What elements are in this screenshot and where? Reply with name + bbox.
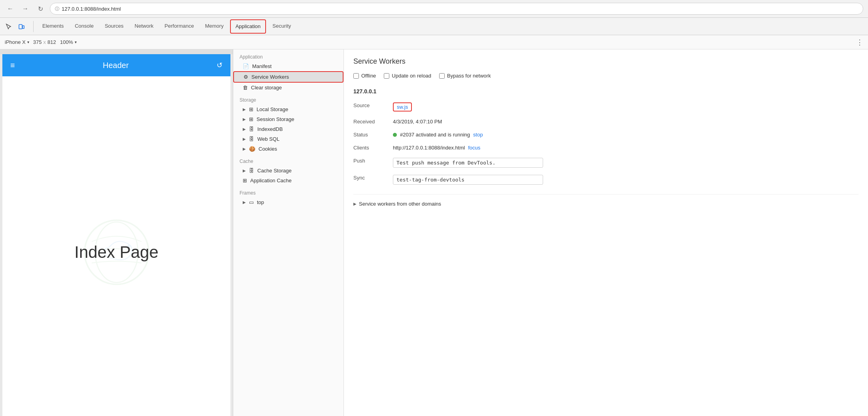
- inspect-element-button[interactable]: [3, 21, 14, 32]
- devtools-sidebar: Application 📄 Manifest ⚙ Service Workers…: [233, 49, 344, 416]
- expand-icon: ▶: [243, 127, 246, 131]
- push-label: Push: [353, 156, 393, 169]
- hamburger-icon: ≡: [10, 61, 15, 70]
- cache-storage-label: Cache Storage: [257, 168, 292, 174]
- tab-memory[interactable]: Memory: [200, 18, 229, 35]
- expand-icon: ▶: [243, 137, 246, 141]
- tab-elements[interactable]: Elements: [37, 18, 69, 35]
- collapsible-label: Service workers from other domains: [359, 201, 441, 207]
- mobile-header-title: Header: [103, 61, 129, 70]
- bypass-for-network-label: Bypass for network: [447, 73, 491, 79]
- sidebar-item-indexeddb[interactable]: ▶ 🗄 IndexedDB: [233, 124, 343, 134]
- cookies-icon: 🍪: [249, 146, 255, 152]
- other-domains-section[interactable]: ▶ Service workers from other domains: [353, 194, 859, 207]
- service-workers-label: Service Workers: [251, 74, 289, 80]
- url-bar[interactable]: ⓘ 127.0.0.1:8088/index.html: [50, 3, 863, 15]
- sidebar-section-storage: Storage: [233, 93, 343, 104]
- sync-input[interactable]: [393, 175, 543, 185]
- svg-rect-0: [19, 25, 22, 29]
- sidebar-item-manifest[interactable]: 📄 Manifest: [233, 61, 343, 71]
- tab-performance[interactable]: Performance: [159, 18, 199, 35]
- devtools-tab-bar: Elements Console Sources Network Perform…: [34, 18, 865, 35]
- top-frame-label: top: [257, 199, 264, 205]
- sidebar-item-clear-storage[interactable]: 🗑 Clear storage: [233, 83, 343, 93]
- device-selector[interactable]: iPhone X ▾: [5, 39, 29, 45]
- tab-network[interactable]: Network: [129, 18, 159, 35]
- clients-value: http://127.0.0.1:8088/index.html focus: [393, 143, 859, 152]
- sidebar-item-web-sql[interactable]: ▶ 🗄 Web SQL: [233, 134, 343, 144]
- viewport-more-button[interactable]: ⋮: [856, 38, 863, 47]
- expand-icon: ▶: [243, 117, 246, 121]
- service-workers-panel: Service Workers Offline Update on reload…: [344, 49, 868, 416]
- mobile-app-header: ≡ Header ↺: [2, 54, 230, 76]
- stop-link[interactable]: stop: [473, 132, 483, 138]
- push-value: [393, 156, 859, 169]
- zoom-chevron: ▾: [75, 40, 77, 44]
- source-label: Source: [353, 101, 393, 113]
- status-dot: [393, 133, 397, 137]
- forward-button[interactable]: →: [20, 3, 31, 14]
- viewport-height: 812: [47, 39, 56, 45]
- collapsible-arrow: ▶: [353, 202, 357, 206]
- bypass-for-network-checkbox[interactable]: [439, 73, 445, 79]
- cookies-label: Cookies: [259, 146, 277, 152]
- tab-console[interactable]: Console: [69, 18, 99, 35]
- viewport-dimensions: 375 x 812: [33, 39, 56, 45]
- offline-checkbox[interactable]: [353, 73, 359, 79]
- local-storage-label: Local Storage: [257, 106, 288, 112]
- indexeddb-icon: 🗄: [249, 126, 254, 132]
- top-frame-icon: ▭: [249, 199, 254, 205]
- preview-pane: ≡ Header ↺: [0, 49, 233, 416]
- manifest-label: Manifest: [252, 63, 272, 69]
- reload-button[interactable]: ↻: [35, 3, 46, 14]
- tab-security[interactable]: Security: [267, 18, 296, 35]
- tab-sources[interactable]: Sources: [99, 18, 129, 35]
- web-sql-icon: 🗄: [249, 136, 254, 142]
- sidebar-item-cookies[interactable]: ▶ 🍪 Cookies: [233, 144, 343, 154]
- bypass-for-network-checkbox-label[interactable]: Bypass for network: [439, 73, 491, 79]
- device-toggle-button[interactable]: [16, 21, 27, 32]
- expand-icon: ▶: [243, 147, 246, 151]
- sidebar-item-top[interactable]: ▶ ▭ top: [233, 197, 343, 207]
- tab-application[interactable]: Application: [230, 19, 266, 34]
- zoom-selector[interactable]: 100% ▾: [60, 39, 77, 45]
- service-worker-host: 127.0.0.1: [353, 88, 859, 95]
- zoom-level: 100%: [60, 39, 73, 45]
- offline-label: Offline: [361, 73, 376, 79]
- sidebar-item-application-cache[interactable]: ⊞ Application Cache: [233, 176, 343, 185]
- received-label: Received: [353, 117, 393, 126]
- local-storage-icon: ⊞: [249, 106, 253, 112]
- url-security-icon: ⓘ: [55, 6, 59, 12]
- push-input[interactable]: [393, 158, 543, 168]
- devtools-toolbar: Elements Console Sources Network Perform…: [0, 18, 868, 35]
- browser-nav-bar: ← → ↻ ⓘ 127.0.0.1:8088/index.html: [0, 0, 868, 17]
- indexeddb-label: IndexedDB: [257, 126, 283, 132]
- service-worker-info-grid: Source sw.js Received 4/3/2019, 4:07:10 …: [353, 101, 859, 186]
- clear-storage-icon: 🗑: [243, 85, 248, 91]
- offline-checkbox-label[interactable]: Offline: [353, 73, 376, 79]
- expand-icon: ▶: [243, 168, 246, 173]
- mobile-refresh-icon: ↺: [217, 61, 223, 70]
- back-button[interactable]: ←: [5, 3, 16, 14]
- checkbox-row: Offline Update on reload Bypass for netw…: [353, 73, 859, 79]
- sidebar-item-cache-storage[interactable]: ▶ 🗄 Cache Storage: [233, 166, 343, 176]
- focus-link[interactable]: focus: [468, 145, 480, 151]
- web-sql-label: Web SQL: [257, 136, 279, 142]
- source-file-link[interactable]: sw.js: [397, 104, 408, 110]
- main-area: ≡ Header ↺: [0, 49, 868, 416]
- sync-label: Sync: [353, 173, 393, 186]
- status-label: Status: [353, 130, 393, 139]
- update-on-reload-label: Update on reload: [392, 73, 431, 79]
- expand-icon: ▶: [243, 200, 246, 204]
- sidebar-item-service-workers[interactable]: ⚙ Service Workers: [233, 71, 343, 83]
- source-box: sw.js: [393, 102, 412, 112]
- service-workers-icon: ⚙: [243, 74, 248, 80]
- update-on-reload-checkbox-label[interactable]: Update on reload: [384, 73, 431, 79]
- sidebar-item-local-storage[interactable]: ▶ ⊞ Local Storage: [233, 104, 343, 114]
- device-name: iPhone X: [5, 39, 26, 45]
- update-on-reload-checkbox[interactable]: [384, 73, 389, 79]
- status-value: #2037 activated and is running stop: [393, 130, 859, 139]
- url-text: 127.0.0.1:8088/index.html: [62, 6, 121, 12]
- viewport-width: 375: [33, 39, 42, 45]
- sidebar-item-session-storage[interactable]: ▶ ⊞ Session Storage: [233, 114, 343, 124]
